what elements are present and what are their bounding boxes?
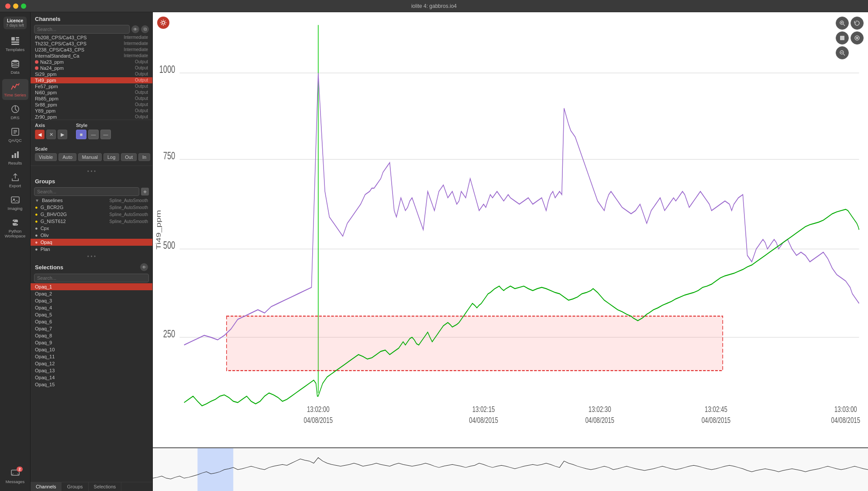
sidebar-item-messages[interactable]: 2 Messages (2, 466, 28, 487)
axis-next-btn[interactable]: ▶ (58, 130, 67, 139)
channel-item[interactable]: Na23_ppm Output (31, 59, 152, 65)
close-button[interactable] (5, 3, 10, 9)
axis-close-btn[interactable]: ✕ (46, 130, 56, 139)
x-tick-date: 04/08/2015 (831, 415, 861, 425)
groups-search-input[interactable] (34, 187, 139, 196)
channel-item[interactable]: Pb208_CPS/Ca43_CPS Intermediate (31, 34, 152, 41)
channel-name: InternalStandard_Ca (35, 53, 79, 58)
selection-item[interactable]: Opaq_7 (31, 325, 152, 332)
stop-btn[interactable] (836, 31, 849, 45)
selection-item[interactable]: Opaq_3 (31, 297, 152, 304)
channels-search-input[interactable] (34, 25, 130, 34)
three-dots: • • • (31, 168, 152, 175)
record-btn[interactable] (851, 31, 864, 45)
add-group-button[interactable]: + (141, 188, 149, 196)
channel-type: Output (135, 65, 148, 71)
selection-item[interactable]: Opaq_10 (31, 346, 152, 353)
group-item[interactable]: ●Plan (31, 246, 152, 253)
svg-rect-0 (11, 37, 15, 41)
x-tick-time: 13:02:30 (589, 405, 611, 414)
scale-in-btn[interactable]: In (138, 153, 150, 161)
scale-auto-btn[interactable]: Auto (59, 153, 76, 161)
group-item[interactable]: ▼Baselines Spline_AutoSmooth (31, 197, 152, 204)
svg-rect-30 (153, 12, 868, 447)
svg-rect-12 (14, 153, 16, 158)
group-color-icon: ● (35, 219, 38, 224)
overview-container[interactable] (153, 447, 868, 491)
channel-item[interactable]: Rb85_ppm Output (31, 96, 152, 102)
copy-icon[interactable]: ⧉ (141, 25, 149, 33)
zoom-in-btn[interactable] (836, 17, 849, 30)
group-item[interactable]: ●G_NIST612 Spline_AutoSmooth (31, 218, 152, 225)
axis-btn-group: ◀ ✕ ▶ (35, 130, 67, 139)
channel-item[interactable]: Ni60_ppm Output (31, 89, 152, 96)
sidebar-item-python[interactable]: PythonWorkspace (2, 215, 28, 241)
scale-log-btn[interactable]: Log (103, 153, 119, 161)
channel-item[interactable]: Zr90_ppm Output (31, 114, 152, 120)
overview-chart-svg[interactable] (153, 448, 868, 491)
group-item[interactable]: ●Cpx (31, 225, 152, 232)
scale-manual-btn[interactable]: Manual (78, 153, 102, 161)
group-item[interactable]: ●G_BCR2G Spline_AutoSmooth (31, 204, 152, 211)
settings-button[interactable] (157, 17, 169, 29)
sidebar-item-templates[interactable]: Templates (2, 34, 28, 55)
channel-item[interactable]: Si29_ppm Output (31, 71, 152, 77)
sidebar-item-drs[interactable]: DRS (2, 102, 28, 123)
group-item-selected[interactable]: ●Opaq (31, 239, 152, 246)
selection-item[interactable]: Opaq_5 (31, 311, 152, 318)
selection-item[interactable]: Opaq_13 (31, 367, 152, 374)
channel-item[interactable]: Sr88_ppm Output (31, 102, 152, 108)
sidebar-item-qaqc[interactable]: QA/QC (2, 124, 28, 145)
channel-item[interactable]: U238_CPS/Ca43_CPS Intermediate (31, 47, 152, 53)
selection-item[interactable]: Opaq_8 (31, 332, 152, 339)
selection-item[interactable]: Opaq_6 (31, 318, 152, 325)
selections-search-input[interactable] (34, 274, 149, 282)
maximize-button[interactable] (21, 3, 26, 9)
y-tick: 500 (163, 240, 175, 251)
scale-out-btn[interactable]: Out (121, 153, 137, 161)
group-item[interactable]: ●Oliv (31, 232, 152, 239)
minimize-button[interactable] (13, 3, 18, 9)
tab-groups[interactable]: Groups (62, 482, 88, 491)
selection-item[interactable]: Opaq_11 (31, 353, 152, 360)
group-type: Spline_AutoSmooth (110, 198, 148, 203)
tab-channels[interactable]: Channels (31, 482, 62, 491)
main-chart-svg[interactable]: 1000 750 500 250 Ti49_ppm (153, 12, 868, 447)
channel-item[interactable]: Th232_CPS/Ca43_CPS Intermediate (31, 41, 152, 47)
channel-item[interactable]: Fe57_ppm Output (31, 83, 152, 89)
style-btn-square[interactable]: ■ (76, 130, 86, 139)
channel-item[interactable]: Na24_ppm Output (31, 65, 152, 71)
sidebar-item-results[interactable]: Results (2, 147, 28, 168)
style-btn-line2[interactable]: — (100, 130, 111, 139)
group-name: Baselines (42, 198, 63, 203)
scale-visible-btn[interactable]: Visible (35, 153, 57, 161)
chart-container[interactable]: 1000 750 500 250 Ti49_ppm (153, 12, 868, 447)
selection-box[interactable] (227, 316, 723, 371)
selection-item[interactable]: Opaq_4 (31, 304, 152, 311)
channel-name: Fe57_ppm (35, 84, 58, 89)
sidebar-item-timeseries[interactable]: Time Series (2, 79, 28, 100)
zoom-out-btn[interactable] (836, 46, 849, 59)
selection-item[interactable]: Opaq_1 (31, 283, 152, 290)
selection-item[interactable]: Opaq_14 (31, 374, 152, 381)
selection-item[interactable]: Opaq_15 (31, 381, 152, 388)
channel-item-selected[interactable]: Ti49_ppm Output (31, 77, 152, 83)
licence-button[interactable]: Licence 7 days left (3, 17, 27, 29)
reset-btn[interactable] (851, 17, 864, 30)
selection-item[interactable]: Opaq_2 (31, 290, 152, 297)
selection-item[interactable]: Opaq_12 (31, 360, 152, 367)
selection-item[interactable]: Opaq_9 (31, 339, 152, 346)
sidebar-item-export[interactable]: Export (2, 170, 28, 191)
x-tick-time: 13:02:00 (307, 405, 330, 414)
group-color-icon: ● (35, 226, 38, 231)
sidebar-item-data[interactable]: Data (2, 56, 28, 77)
channel-item[interactable]: InternalStandard_Ca Intermediate (31, 53, 152, 59)
style-btn-line1[interactable]: — (88, 130, 99, 139)
group-item[interactable]: ●G_BHVO2G Spline_AutoSmooth (31, 211, 152, 218)
selections-eye-icon[interactable]: 👁 (140, 263, 148, 271)
tab-selections[interactable]: Selections (89, 482, 122, 491)
channel-item[interactable]: Y89_ppm Output (31, 108, 152, 114)
axis-prev-btn[interactable]: ◀ (35, 130, 45, 139)
sidebar-item-imaging[interactable]: Imaging (2, 192, 28, 213)
eye-icon[interactable]: 👁 (131, 25, 139, 33)
